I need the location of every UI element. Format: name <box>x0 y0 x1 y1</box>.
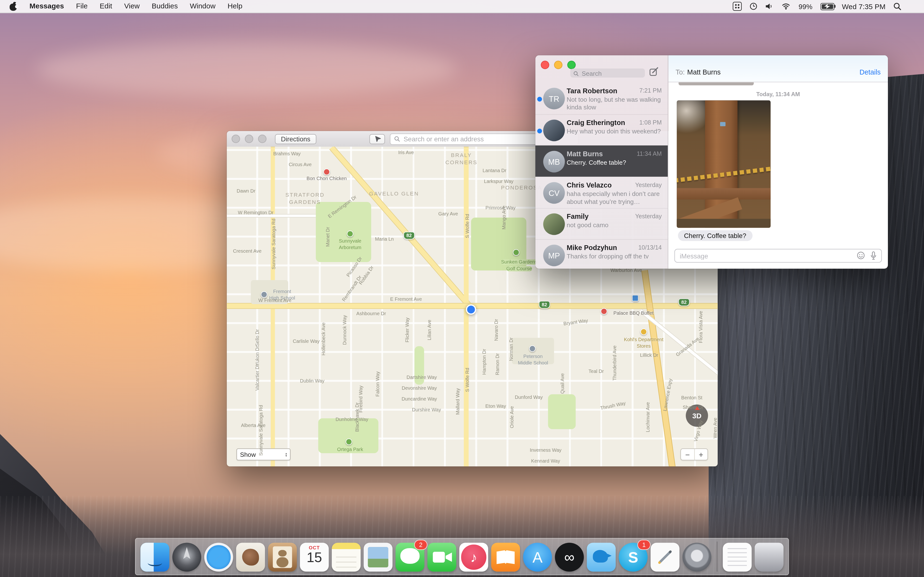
map-label: Duncardine Way <box>402 396 437 402</box>
dock-facetime-icon[interactable] <box>427 543 456 572</box>
photo-tag <box>720 122 725 126</box>
spotlight-icon[interactable] <box>893 2 901 10</box>
directions-button[interactable]: Directions <box>275 134 317 144</box>
imessage-field[interactable] <box>674 249 882 263</box>
map-label: Iris Ave <box>398 150 414 156</box>
close-button[interactable] <box>541 61 549 69</box>
menu-messages[interactable]: Messages <box>24 0 70 13</box>
window-controls <box>541 61 576 69</box>
current-location-dot <box>466 305 476 315</box>
menu-buddies[interactable]: Buddies <box>146 0 184 13</box>
messages-titlebar <box>535 55 668 83</box>
imessage-input[interactable] <box>674 249 882 263</box>
minimize-button[interactable] <box>554 61 562 69</box>
map-label: Teal Dr <box>588 369 604 374</box>
volume-icon[interactable] <box>766 3 774 10</box>
emoji-icon[interactable] <box>857 251 865 262</box>
conversation-row[interactable]: TR Tara Robertson 7:21 PM Not too long, … <box>535 83 668 114</box>
messages-window: TR Tara Robertson 7:21 PM Not too long, … <box>535 55 888 269</box>
conversation-row[interactable]: CV Chris Velazco Yesterday haha especial… <box>535 177 668 208</box>
dock-safari-icon[interactable] <box>204 543 233 572</box>
dock-preview-icon[interactable] <box>363 543 393 572</box>
dock-contacts-icon[interactable] <box>268 543 297 572</box>
menu-help[interactable]: Help <box>221 0 249 13</box>
conversation-row[interactable]: MP Mike Podzyhun 10/13/14 Thanks for dro… <box>535 239 668 269</box>
minimize-button[interactable] <box>245 135 254 143</box>
conversation-preview: Cherry. Coffee table? <box>567 159 662 174</box>
thread-body[interactable]: Today, 11:34 AM Cherry. Coffee table? <box>669 82 888 243</box>
dock-trash-icon[interactable] <box>754 543 783 572</box>
wifi-icon[interactable] <box>782 3 791 10</box>
map-label: CORNERS <box>446 160 478 165</box>
map-label: Lochinvar Ave <box>645 402 651 432</box>
conversation-time: 7:21 PM <box>639 87 662 96</box>
dock: OCT1521 <box>135 538 789 575</box>
map-label: Benton St <box>681 395 703 401</box>
compose-button[interactable] <box>648 67 659 78</box>
map-label: Quail Ave <box>560 373 565 393</box>
menu-window[interactable]: Window <box>184 0 221 13</box>
dock-app-store-icon[interactable] <box>523 543 552 572</box>
dock-system-preferences-icon[interactable] <box>682 543 711 572</box>
message-bubble: Cherry. Coffee table? <box>678 230 753 241</box>
conversation-time: 11:34 AM <box>637 150 662 159</box>
dock-notes-icon[interactable] <box>332 543 361 572</box>
desktop: Directions <box>0 0 924 577</box>
dock-calendar-icon[interactable]: OCT15 <box>300 543 329 572</box>
dock-launchpad-icon[interactable] <box>172 543 201 572</box>
menu-extra-grid-icon[interactable] <box>733 2 742 11</box>
messages-search-field[interactable] <box>570 69 645 77</box>
details-link[interactable]: Details <box>859 69 881 76</box>
map-label: Rembrandt Dr <box>341 274 363 303</box>
map-label: Dawn Dr <box>237 189 255 194</box>
map-label: Alberta Ave <box>241 423 266 429</box>
dock-ibooks-icon[interactable] <box>491 543 520 572</box>
apple-menu-icon[interactable] <box>10 2 18 11</box>
zoom-in-button[interactable]: + <box>695 449 708 460</box>
map-label: Wren Ave <box>712 417 717 438</box>
3d-button[interactable]: 3D <box>686 405 708 427</box>
map-label: E Fremont Ave <box>390 297 422 302</box>
zoom-button[interactable] <box>258 135 267 143</box>
route-shield: 82 <box>403 232 415 240</box>
current-location-button[interactable] <box>369 134 385 144</box>
photo-floor <box>677 219 771 228</box>
dock-messages-icon[interactable]: 2 <box>396 543 425 572</box>
dock-mail-icon[interactable] <box>236 543 265 572</box>
dock-skype-icon[interactable]: 1 <box>619 543 648 572</box>
map-label: Thunderbird Ave <box>612 345 618 380</box>
microphone-icon[interactable] <box>870 251 877 263</box>
dock-itunes-icon[interactable] <box>459 543 488 572</box>
menu-view[interactable]: View <box>118 0 145 13</box>
photo-attachment[interactable] <box>677 100 771 228</box>
conversation-row[interactable]: Craig Etherington 1:08 PM Hey what you d… <box>535 114 668 145</box>
calendar-day: 15 <box>300 550 329 566</box>
show-dropdown[interactable]: Show ▴▾ <box>236 448 291 460</box>
location-arrow-icon <box>373 135 381 143</box>
date-separator: Today, 11:34 AM <box>669 91 888 98</box>
close-button[interactable] <box>232 135 240 143</box>
menu-edit[interactable]: Edit <box>94 0 118 13</box>
battery-icon[interactable] <box>820 3 834 10</box>
dock-twitterrific-icon[interactable] <box>587 543 616 572</box>
dock-byword-icon[interactable] <box>651 543 680 572</box>
messages-search-input[interactable] <box>581 69 642 77</box>
compose-icon <box>649 67 659 79</box>
conversation-row[interactable]: MB Matt Burns 11:34 AM Cherry. Coffee ta… <box>535 145 668 177</box>
dock-textedit-icon[interactable] <box>723 543 752 572</box>
menu-clock[interactable]: Wed 7:35 PM <box>842 2 885 11</box>
clock-icon[interactable] <box>750 2 758 10</box>
zoom-out-button[interactable]: − <box>681 449 695 460</box>
conversation-row[interactable]: Family Yesterday not good camo <box>535 208 668 239</box>
conversation-time: 1:08 PM <box>639 119 662 127</box>
conversation-name: Mike Podzyhun <box>567 244 636 253</box>
menu-file[interactable]: File <box>70 0 94 13</box>
notification-center-icon[interactable] <box>909 2 917 10</box>
dock-infinity-app-icon[interactable] <box>555 543 584 572</box>
map-label: Brahms Way <box>273 151 301 157</box>
park-sunnyvale-arboretum <box>316 202 371 262</box>
conversation-list: TR Tara Robertson 7:21 PM Not too long, … <box>535 83 668 269</box>
dock-finder-icon[interactable] <box>141 543 170 572</box>
avatar: MP <box>543 245 565 266</box>
map-label: Firebird Way <box>358 386 364 413</box>
